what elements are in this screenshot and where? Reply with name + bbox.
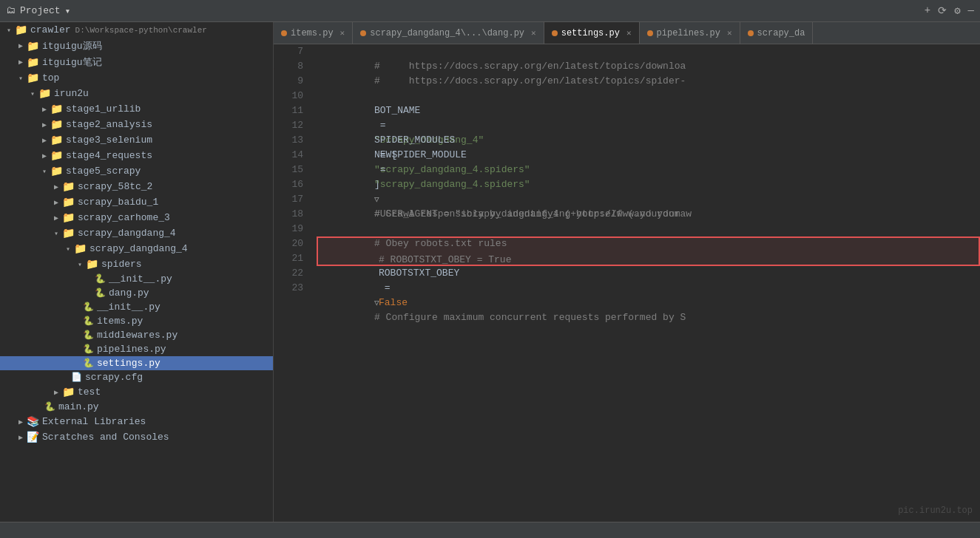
- sidebar-item-itguigu-src[interactable]: ▶ 📁 itguigu源码: [0, 38, 273, 54]
- tab-settings[interactable]: settings.py ✕: [544, 22, 640, 44]
- settings-icon[interactable]: ⚙: [954, 4, 960, 17]
- folder-icon-scrapybaidu: 📁: [62, 196, 75, 208]
- label-scrapy58: scrapy_58tc_2: [78, 181, 152, 192]
- tab-pipelines[interactable]: pipelines.py ✕: [640, 22, 740, 44]
- project-label[interactable]: Project: [20, 5, 61, 16]
- ln-21: 21: [274, 251, 303, 266]
- var-robotstxt: ROBOTSTXT_OBEY: [379, 268, 459, 279]
- tabs-bar: items.py ✕ scrapy_dangdang_4\...\dang.py…: [274, 22, 980, 44]
- tab-label-settings: settings.py: [561, 28, 620, 38]
- var-botname: BOT_NAME: [374, 105, 420, 116]
- pyfile-icon-middlewares: 🐍: [83, 330, 94, 341]
- sidebar-item-ext-libs[interactable]: ▶ 📚 External Libraries: [0, 414, 273, 429]
- sidebar-item-init[interactable]: 🐍 __init__.py: [0, 300, 273, 314]
- sidebar-item-scrapycarhome[interactable]: ▶ 📁 scrapy_carhome_3: [0, 210, 273, 225]
- label-stage4: stage4_requests: [66, 150, 152, 161]
- label-stage3: stage3_selenium: [66, 134, 152, 146]
- sidebar-item-test[interactable]: ▶ 📁 test: [0, 384, 273, 400]
- tab-label-pipelines: pipelines.py: [657, 28, 720, 38]
- sidebar-item-stage1[interactable]: ▶ 📁 stage1_urllib: [0, 101, 273, 117]
- sidebar-item-scratches[interactable]: ▶ 📝 Scratches and Consoles: [0, 429, 273, 445]
- ln-7: 7: [274, 44, 303, 59]
- arrow-ext-libs: ▶: [15, 418, 27, 426]
- sidebar-item-stage3[interactable]: ▶ 📁 stage3_selenium: [0, 132, 273, 148]
- line-numbers: 7 🔖 8 9 10 11 12 13 14 15 16 17 18 19 20…: [274, 44, 311, 522]
- tab-close-dangdang[interactable]: ✕: [531, 28, 536, 38]
- sidebar-item-itguigu-notes[interactable]: ▶ 📁 itguigu笔记: [0, 54, 273, 70]
- sidebar-item-scrapydangdang-inner[interactable]: ▾ 📁 scrapy_dangdang_4: [0, 241, 273, 256]
- folder-icon-stage5: 📁: [50, 165, 63, 177]
- comment-19: # Obey robots.txt rules: [374, 238, 507, 249]
- tab-label-items: items.py: [291, 28, 334, 38]
- sidebar-item-pipelines[interactable]: 🐍 pipelines.py: [0, 342, 273, 356]
- sidebar-item-spiders[interactable]: ▾ 📁 spiders: [0, 256, 273, 272]
- arrow-spiders: ▾: [74, 260, 86, 269]
- arrow-top: ▾: [15, 74, 27, 83]
- tab-label-dangdang: scrapy_dangdang_4\...\dang.py: [370, 28, 524, 38]
- label-stage2: stage2_analysis: [66, 119, 152, 130]
- tab-close-settings[interactable]: ✕: [626, 28, 632, 38]
- ln-23: 23: [274, 281, 303, 296]
- sidebar-item-scrapy-cfg[interactable]: 📄 scrapy.cfg: [0, 370, 273, 384]
- minimize-icon[interactable]: —: [968, 4, 974, 17]
- sidebar-item-stage4[interactable]: ▶ 📁 stage4_requests: [0, 148, 273, 163]
- label-test: test: [78, 387, 101, 398]
- code-line-17: #USER_AGENT = "scrapy_dangdang_4 (+http:…: [317, 192, 980, 207]
- pyfile-icon-items: 🐍: [83, 316, 94, 327]
- label-main: main.py: [58, 401, 99, 412]
- label-itguigu-notes: itguigu笔记: [42, 55, 102, 69]
- label-stage5: stage5_scrapy: [66, 166, 141, 177]
- var-newspider: NEWSPIDER_MODULE: [374, 149, 467, 160]
- code-content: # https://docs.scrapy.org/en/latest/topi…: [311, 44, 980, 522]
- sidebar-item-scrapydangdang[interactable]: ▾ 📁 scrapy_dangdang_4: [0, 225, 273, 241]
- sidebar-item-scrapybaidu[interactable]: ▶ 📁 scrapy_baidu_1: [0, 194, 273, 210]
- folder-icon-scrapycarhome: 📁: [62, 211, 75, 224]
- label-irun2u: irun2u: [54, 88, 89, 99]
- sidebar-item-main[interactable]: 🐍 main.py: [0, 400, 273, 414]
- project-dropdown-icon[interactable]: ▾: [65, 5, 71, 17]
- ln-18: 18: [274, 207, 303, 222]
- sidebar-item-init-spiders[interactable]: 🐍 __init__.py: [0, 272, 273, 286]
- comment-17: #USER_AGENT = "scrapy_dangdang_4 (+http:…: [374, 208, 686, 219]
- ln-9: 9: [274, 74, 303, 89]
- code-line-19: # Obey robots.txt rules: [317, 222, 980, 236]
- comment-8: # https://docs.scrapy.org/en/latest/topi…: [374, 75, 686, 86]
- sidebar-item-dang[interactable]: 🐍 dang.py: [0, 286, 273, 300]
- code-editor[interactable]: 7 🔖 8 9 10 11 12 13 14 15 16 17 18 19 20…: [274, 44, 980, 522]
- tab-scrapyda[interactable]: scrapy_da: [740, 22, 814, 44]
- arrow-test: ▶: [50, 388, 62, 397]
- tab-dot-scrapyda: [748, 30, 754, 36]
- sidebar-item-stage5[interactable]: ▾ 📁 stage5_scrapy: [0, 163, 273, 179]
- op-10: =: [374, 120, 391, 131]
- cfgfile-icon-scrapy: 📄: [71, 372, 82, 383]
- label-middlewares: middlewares.py: [97, 330, 178, 341]
- tab-items[interactable]: items.py ✕: [274, 22, 353, 44]
- add-icon[interactable]: +: [925, 4, 930, 17]
- sync-icon[interactable]: ⟳: [938, 4, 947, 17]
- var-spider-modules: SPIDER_MODULES: [374, 134, 455, 146]
- sidebar-item-scrapy58[interactable]: ▶ 📁 scrapy_58tc_2: [0, 179, 273, 194]
- sidebar-item-top[interactable]: ▾ 📁 top: [0, 70, 273, 86]
- label-spiders: spiders: [101, 259, 142, 270]
- tab-dot-settings: [552, 30, 558, 36]
- sidebar-item-irun2u[interactable]: ▾ 📁 irun2u: [0, 86, 273, 101]
- fold-icon-16: ▽: [374, 195, 379, 204]
- tab-dangdang[interactable]: scrapy_dangdang_4\...\dang.py ✕: [353, 22, 544, 44]
- sidebar-item-items[interactable]: 🐍 items.py: [0, 314, 273, 328]
- folder-icon-stage3: 📁: [50, 134, 63, 146]
- tab-close-items[interactable]: ✕: [340, 28, 345, 38]
- ln-22: 22: [274, 266, 303, 281]
- folder-icon-spiders: 📁: [86, 258, 98, 270]
- sidebar-item-stage2[interactable]: ▶ 📁 stage2_analysis: [0, 117, 273, 132]
- folder-icon-test: 📁: [62, 386, 75, 398]
- label-settings: settings.py: [97, 358, 160, 369]
- sidebar-root[interactable]: ▾ 📁 crawler D:\Workspace-python\crawler: [0, 22, 273, 38]
- arrow-irun2u: ▾: [27, 89, 38, 98]
- sidebar-item-middlewares[interactable]: 🐍 middlewares.py: [0, 328, 273, 342]
- tab-close-pipelines[interactable]: ✕: [727, 28, 732, 38]
- sidebar-item-settings[interactable]: 🐍 settings.py: [0, 356, 273, 370]
- arrow-scratches: ▶: [15, 433, 27, 442]
- arrow-scrapydangdang: ▾: [50, 229, 62, 238]
- folder-icon-stage1: 📁: [50, 103, 63, 115]
- label-pipelines: pipelines.py: [97, 344, 166, 355]
